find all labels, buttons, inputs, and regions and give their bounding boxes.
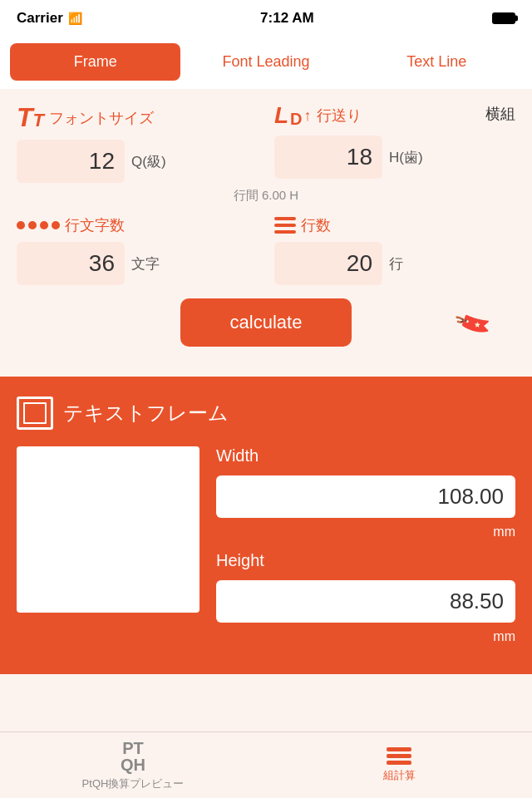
tab-text-line[interactable]: Text Line (352, 43, 522, 81)
font-size-section: TT フォントサイズ Q(級) (17, 102, 258, 183)
bottom-bar: PT QH PtQH換算プレビュー 組計算 (0, 732, 532, 798)
lines-label: 行数 (274, 215, 515, 235)
time-label: 7:12 AM (260, 10, 314, 27)
lines-unit: 行 (389, 254, 403, 273)
chars-input-row: 文字 (17, 242, 258, 285)
main-content: TT フォントサイズ Q(級) LD↑ 行送り H(歯) 横組 行間 6. (0, 89, 532, 360)
results-title-row: テキストフレーム (17, 397, 515, 430)
gyokan-label: 行間 6.00 H (17, 188, 515, 204)
bottom-tab-calc[interactable]: 組計算 (266, 732, 532, 798)
wifi-icon: 📶 (68, 12, 82, 25)
preview-box (17, 446, 200, 613)
leading-unit: H(歯) (389, 148, 423, 167)
chars-input[interactable] (17, 242, 125, 285)
results-title: テキストフレーム (63, 400, 229, 426)
battery-icon (492, 12, 515, 24)
leading-label: LD↑ 行送り (274, 102, 515, 129)
carrier-label: Carrier 📶 (17, 10, 82, 27)
tab-font-leading[interactable]: Font Leading (180, 43, 351, 81)
height-value: 88.50 (216, 580, 515, 623)
lines-section: 行数 行 (274, 215, 515, 285)
lines-input[interactable] (274, 242, 382, 285)
leading-section: LD↑ 行送り H(歯) (274, 102, 515, 179)
eraser-icon[interactable]: 🔖 (451, 301, 496, 345)
chars-label: 行文字数 (17, 215, 258, 235)
bottom-tab-preview[interactable]: PT QH PtQH換算プレビュー (0, 732, 266, 798)
bottom-tab-calc-label: 組計算 (383, 768, 416, 783)
leading-input[interactable] (274, 135, 382, 179)
font-size-label: TT フォントサイズ (17, 102, 258, 133)
calc-row: calculate 🔖 (17, 298, 515, 347)
frame-icon (17, 397, 53, 430)
leading-icon: LD↑ (274, 102, 312, 129)
lines-icon (274, 217, 296, 234)
results-body: Width 108.00 mm Height 88.50 mm (17, 446, 515, 649)
leading-input-row: H(歯) (274, 135, 515, 179)
status-bar: Carrier 📶 7:12 AM (0, 0, 532, 37)
bottom-tab-preview-label: PtQH換算プレビュー (82, 776, 185, 791)
font-size-unit: Q(級) (131, 152, 166, 171)
results-section: テキストフレーム Width 108.00 mm Height 88.50 mm (0, 377, 532, 674)
top-input-row: TT フォントサイズ Q(級) LD↑ 行送り H(歯) 横組 (17, 102, 515, 183)
bullet-dots-icon (17, 221, 60, 229)
font-size-input[interactable] (17, 140, 125, 183)
width-label: Width (216, 446, 515, 466)
font-size-icon: TT (17, 102, 44, 133)
menu-lines-icon (387, 747, 411, 765)
tab-frame[interactable]: Frame (10, 43, 180, 81)
height-unit: mm (216, 629, 515, 644)
results-values: Width 108.00 mm Height 88.50 mm (216, 446, 515, 649)
tab-bar: Frame Font Leading Text Line (0, 37, 532, 89)
height-label: Height (216, 551, 515, 570)
width-value: 108.00 (216, 475, 515, 518)
lines-input-row: 行 (274, 242, 515, 285)
font-size-input-row: Q(級) (17, 140, 258, 183)
calculate-button[interactable]: calculate (180, 298, 352, 347)
ptqh-logo: PT QH (121, 740, 145, 773)
second-input-row: 行文字数 文字 行数 行 (17, 215, 515, 285)
chars-section: 行文字数 文字 (17, 215, 258, 285)
width-unit: mm (216, 525, 515, 539)
yoko-label: 横組 (485, 104, 515, 124)
chars-unit: 文字 (131, 254, 160, 273)
